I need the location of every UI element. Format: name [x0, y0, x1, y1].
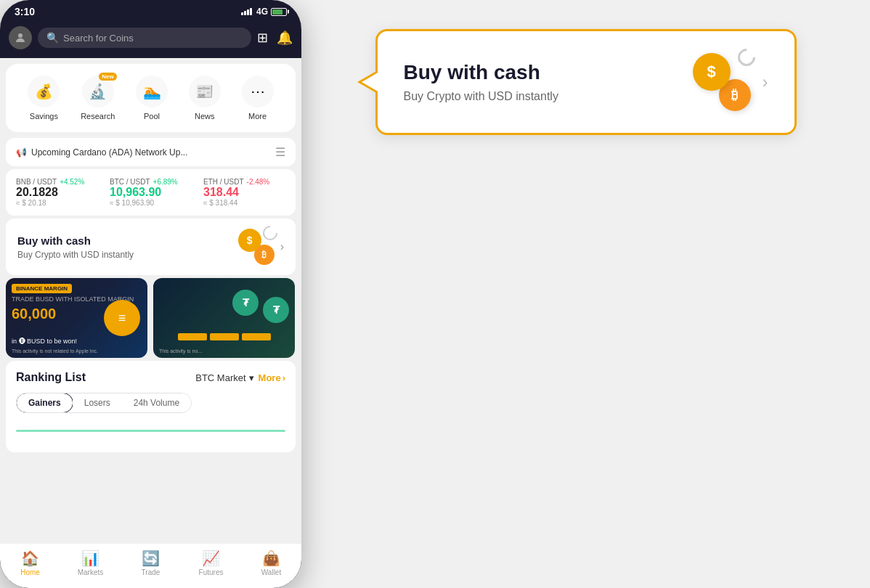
bnb-value: 20.1828	[16, 186, 98, 199]
markets-icon: 📊	[81, 550, 99, 567]
bnb-price-item[interactable]: BNB / USDT +4.52% 20.1828 ≈ $ 20.18	[16, 178, 98, 207]
nav-item-home[interactable]: 🏠 Home	[0, 550, 60, 576]
more-icon: ⋯	[242, 75, 274, 107]
tooltip-card: Buy with cash Buy Crypto with USD instan…	[375, 29, 797, 135]
eth-change: -2.48%	[247, 178, 270, 186]
ranking-section: Ranking List BTC Market ▾ More › Gainers	[6, 361, 296, 452]
btc-pair: BTC / USDT	[110, 178, 150, 186]
quick-item-research[interactable]: 🔬 New Research	[81, 75, 115, 121]
network-type: 4G	[256, 7, 268, 17]
ranking-chart-preview	[16, 413, 285, 442]
markets-label: Markets	[78, 568, 104, 576]
announcement-bar[interactable]: 📢 Upcoming Cardano (ADA) Network Up... ☰	[6, 138, 296, 166]
buy-cash-subtitle: Buy Crypto with USD instantly	[17, 250, 134, 260]
buy-cash-card[interactable]: Buy with cash Buy Crypto with USD instan…	[6, 219, 296, 275]
promo-disclaimer-1: This activity is not related to Apple In…	[12, 348, 142, 354]
bottom-nav: 🏠 Home 📊 Markets 🔄 Trade 📈 Futures 👜 Wal…	[0, 543, 301, 588]
nav-item-wallet[interactable]: 👜 Wallet	[241, 550, 301, 576]
svg-point-0	[18, 33, 23, 38]
more-link[interactable]: More ›	[259, 372, 285, 383]
quick-item-savings[interactable]: 💰 Savings	[28, 75, 60, 121]
chevron-right-icon: ›	[280, 240, 284, 253]
nav-item-trade[interactable]: 🔄 Trade	[121, 550, 181, 576]
btc-change: +6.89%	[153, 178, 178, 186]
search-placeholder: Search for Coins	[63, 33, 134, 44]
pool-label: Pool	[144, 112, 160, 121]
savings-icon: 💰	[28, 75, 60, 107]
busd-coin-icon: ≡	[104, 300, 140, 336]
promo-amount: 60,000	[12, 306, 56, 322]
tooltip-right: $ ₿ ›	[693, 53, 768, 111]
price-ticker: BNB / USDT +4.52% 20.1828 ≈ $ 20.18 BTC …	[6, 169, 296, 216]
avatar[interactable]	[9, 26, 32, 49]
buy-cash-title: Buy with cash	[17, 234, 134, 247]
nav-item-futures[interactable]: 📈 Futures	[181, 550, 241, 576]
quick-item-news[interactable]: 📰 News	[189, 75, 221, 121]
quick-access-grid: 💰 Savings 🔬 New Research 🏊 Pool	[17, 75, 284, 121]
quick-access-card: 💰 Savings 🔬 New Research 🏊 Pool	[6, 64, 296, 132]
buy-cash-right: $ ₿ ›	[238, 229, 284, 265]
promo-disclaimer-2: This activity is no...	[159, 348, 289, 354]
buy-cash-left: Buy with cash Buy Crypto with USD instan…	[17, 234, 134, 260]
promo-banners: BINANCE MARGIN TRADE BUSD WITH ISOLATED …	[6, 278, 296, 358]
ranking-header: Ranking List BTC Market ▾ More ›	[16, 371, 285, 384]
eth-value: 318.44	[203, 186, 285, 199]
tooltip-title: Buy with cash	[404, 61, 558, 84]
promo-badge: BINANCE MARGIN	[12, 284, 72, 293]
bnb-usd: ≈ $ 20.18	[16, 199, 98, 207]
tab-gainers[interactable]: Gainers	[16, 393, 73, 413]
tab-losers[interactable]: Losers	[73, 393, 122, 412]
scan-icon[interactable]: ⊞	[257, 30, 268, 46]
btc-price-item[interactable]: BTC / USDT +6.89% 10,963.90 ≈ $ 10,963.9…	[110, 178, 192, 207]
pool-icon: 🏊	[136, 75, 168, 107]
bnb-pair: BNB / USDT	[16, 178, 57, 186]
nav-item-markets[interactable]: 📊 Markets	[60, 550, 121, 576]
ranking-controls: BTC Market ▾ More ›	[195, 372, 285, 383]
ranking-market[interactable]: BTC Market ▾	[195, 372, 253, 383]
wallet-icon: 👜	[262, 550, 280, 567]
home-label: Home	[20, 568, 40, 576]
refresh-icon	[734, 45, 759, 70]
bnb-change: +4.52%	[60, 178, 84, 186]
status-bar: 3:10 4G	[0, 0, 301, 20]
eth-price-item[interactable]: ETH / USDT -2.48% 318.44 ≈ $ 318.44	[203, 178, 285, 207]
news-icon: 📰	[189, 75, 221, 107]
coin-stack: $ ₿	[238, 229, 275, 265]
price-row: BNB / USDT +4.52% 20.1828 ≈ $ 20.18 BTC …	[16, 178, 285, 207]
wallet-label: Wallet	[261, 568, 281, 576]
announcement-text: 📢 Upcoming Cardano (ADA) Network Up...	[16, 147, 187, 158]
eth-pair: ETH / USDT	[203, 178, 244, 186]
refresh-arc-icon	[260, 223, 280, 243]
quick-item-pool[interactable]: 🏊 Pool	[136, 75, 168, 121]
list-icon: ☰	[275, 145, 285, 159]
eth-usd: ≈ $ 318.44	[203, 199, 285, 207]
promo-banner-1[interactable]: BINANCE MARGIN TRADE BUSD WITH ISOLATED …	[6, 278, 147, 358]
status-icons: 4G	[241, 7, 287, 17]
promo-banner-2[interactable]: ₮ ₮ This activity is no...	[153, 278, 295, 358]
phone-frame: 3:10 4G 🔍 Search for Coi	[0, 0, 301, 588]
more-chevron-icon: ›	[282, 372, 285, 383]
signal-bars-icon	[241, 8, 252, 15]
search-icon: 🔍	[46, 32, 59, 44]
right-panel: Buy with cash Buy Crypto with USD instan…	[301, 0, 870, 164]
tooltip-text: Buy with cash Buy Crypto with USD instan…	[404, 61, 558, 103]
ranking-title: Ranking List	[16, 371, 86, 384]
bell-icon[interactable]: 🔔	[277, 30, 293, 46]
btc-value: 10,963.90	[110, 186, 192, 199]
search-bar[interactable]: 🔍 Search for Coins	[38, 28, 251, 48]
tooltip-subtitle: Buy Crypto with USD instantly	[404, 90, 558, 103]
quick-item-more[interactable]: ⋯ More	[242, 75, 274, 121]
research-icon: 🔬 New	[82, 75, 114, 107]
btc-usd: ≈ $ 10,963.90	[110, 199, 192, 207]
tooltip-coin-stack: $ ₿	[693, 53, 751, 111]
futures-icon: 📈	[202, 550, 220, 567]
top-nav: 🔍 Search for Coins ⊞ 🔔	[0, 20, 301, 58]
tooltip-dollar-icon: $	[693, 53, 731, 91]
dropdown-icon: ▾	[249, 372, 254, 383]
tooltip-arrow-icon: ›	[763, 72, 768, 92]
tab-24h-volume[interactable]: 24h Volume	[122, 393, 191, 412]
status-time: 3:10	[15, 6, 35, 17]
banner2-bars	[153, 333, 295, 340]
tab-group: Gainers Losers 24h Volume	[16, 393, 192, 413]
trade-label: Trade	[142, 568, 160, 576]
